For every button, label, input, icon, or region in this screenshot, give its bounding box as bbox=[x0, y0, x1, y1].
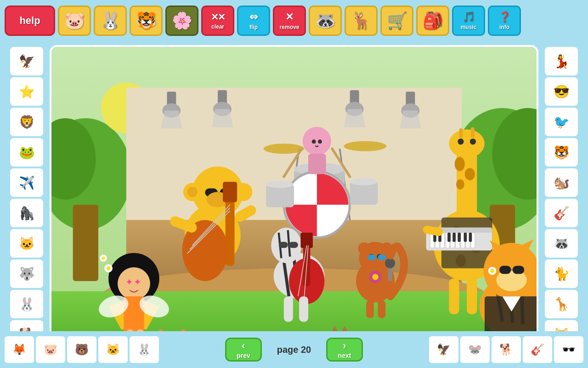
next-button[interactable]: › next bbox=[326, 338, 363, 362]
svg-point-97 bbox=[456, 179, 464, 190]
svg-point-94 bbox=[449, 129, 484, 158]
animal8-icon: 🎒 bbox=[423, 11, 443, 30]
left-sticker-5[interactable]: 🦍 bbox=[10, 199, 43, 227]
main-content: 🦅 ⭐ 🦁 🐸 ✈️ 🦍 🐱 🐺 🐰 🐕 bbox=[0, 41, 588, 368]
toolbar-animal-8[interactable]: 🎒 bbox=[416, 6, 449, 36]
bottom-sticker-right-0[interactable]: 🦅 bbox=[429, 336, 458, 363]
toolbar-animal-5[interactable]: 🦝 bbox=[309, 6, 342, 36]
svg-marker-18 bbox=[212, 109, 233, 127]
remove-label: remove bbox=[280, 24, 300, 30]
svg-rect-70 bbox=[279, 242, 288, 248]
toolbar-dark-scene[interactable]: 🌸 bbox=[165, 6, 198, 36]
svg-point-41 bbox=[312, 139, 316, 144]
bottom-sticker-left-4[interactable]: 🐰 bbox=[130, 336, 159, 363]
svg-marker-24 bbox=[400, 110, 421, 128]
toolbar-animal-tiger[interactable]: 🐯 bbox=[130, 6, 163, 36]
svg-point-35 bbox=[266, 181, 294, 188]
right-sticker-8[interactable]: 🦒 bbox=[545, 290, 578, 318]
music-label: music bbox=[461, 24, 477, 30]
svg-point-38 bbox=[303, 127, 331, 155]
bottom-sticker-left-2[interactable]: 🐻 bbox=[67, 336, 96, 363]
flip-icon: ⇔ bbox=[249, 11, 258, 23]
right-sticker-5[interactable]: 🎸 bbox=[545, 199, 578, 227]
info-button[interactable]: ❓ info bbox=[488, 6, 521, 36]
svg-rect-43 bbox=[308, 154, 326, 174]
left-sticker-4[interactable]: ✈️ bbox=[10, 168, 43, 197]
left-sticker-0[interactable]: 🦅 bbox=[10, 47, 43, 75]
svg-point-39 bbox=[304, 131, 314, 141]
svg-rect-122 bbox=[458, 233, 461, 242]
svg-rect-86 bbox=[378, 254, 386, 260]
svg-rect-134 bbox=[499, 266, 511, 274]
right-sticker-0[interactable]: 💃 bbox=[545, 47, 578, 75]
flip-button[interactable]: ⇔ flip bbox=[237, 6, 270, 36]
svg-rect-56 bbox=[223, 182, 237, 202]
bottom-sticker-right-1[interactable]: 🐭 bbox=[460, 336, 490, 363]
bottom-sticker-left-0[interactable]: 🦊 bbox=[5, 336, 34, 363]
svg-point-81 bbox=[358, 242, 370, 255]
svg-point-95 bbox=[455, 157, 465, 171]
svg-point-28 bbox=[344, 141, 386, 151]
bottom-sticker-left-1[interactable]: 🐷 bbox=[36, 336, 65, 363]
svg-rect-98 bbox=[459, 128, 463, 138]
remove-icon: ✕ bbox=[285, 11, 294, 23]
svg-rect-2 bbox=[73, 205, 98, 281]
info-label: info bbox=[499, 24, 509, 30]
left-sticker-2[interactable]: 🦁 bbox=[10, 108, 43, 136]
help-button[interactable]: help bbox=[5, 6, 55, 36]
svg-point-88 bbox=[372, 274, 378, 280]
bottom-sticker-left-3[interactable]: 🐱 bbox=[98, 336, 128, 363]
left-sticker-3[interactable]: 🐸 bbox=[10, 138, 43, 167]
next-label: next bbox=[338, 352, 351, 359]
rabbit-icon: 🐰 bbox=[100, 11, 121, 30]
animal7-icon: 🛒 bbox=[387, 11, 407, 30]
svg-rect-85 bbox=[368, 254, 376, 260]
clear-button[interactable]: ✕✕ clear bbox=[201, 6, 234, 36]
toolbar-animal-7[interactable]: 🛒 bbox=[380, 6, 413, 36]
clear-icon: ✕✕ bbox=[211, 12, 225, 23]
left-sticker-8[interactable]: 🐰 bbox=[10, 290, 43, 318]
left-sticker-6[interactable]: 🐱 bbox=[10, 229, 43, 258]
animal6-icon: 🦌 bbox=[351, 11, 372, 30]
toolbar: help 🐷 🐰 🐯 🌸 ✕✕ clear ⇔ flip ✕ remove 🦝 … bbox=[0, 0, 588, 41]
svg-marker-15 bbox=[161, 110, 182, 128]
music-button[interactable]: 🎵 music bbox=[452, 6, 485, 36]
svg-point-101 bbox=[470, 138, 476, 144]
info-icon: ❓ bbox=[498, 11, 511, 23]
toolbar-animal-pig[interactable]: 🐷 bbox=[58, 6, 91, 36]
svg-rect-127 bbox=[467, 278, 477, 314]
svg-rect-77 bbox=[284, 296, 293, 322]
left-sticker-7[interactable]: 🐺 bbox=[10, 259, 43, 288]
toolbar-animal-rabbit[interactable]: 🐰 bbox=[94, 6, 127, 36]
svg-rect-91 bbox=[366, 300, 374, 318]
right-sticker-1[interactable]: 😎 bbox=[545, 77, 578, 106]
bottom-sticker-right-2[interactable]: 🐕 bbox=[492, 336, 521, 363]
svg-point-176 bbox=[107, 266, 111, 270]
bottom-sticker-right-3[interactable]: 🎸 bbox=[523, 336, 552, 363]
svg-point-178 bbox=[102, 257, 105, 260]
right-sticker-6[interactable]: 🦝 bbox=[545, 229, 578, 258]
clear-label: clear bbox=[211, 23, 224, 30]
bottom-sticker-right-4[interactable]: 🕶️ bbox=[554, 336, 583, 363]
right-sticker-4[interactable]: 🐿️ bbox=[545, 168, 578, 197]
stage-area[interactable]: ✦ ✦ bbox=[50, 45, 538, 364]
prev-label: prev bbox=[237, 352, 250, 359]
next-arrow-icon: › bbox=[343, 340, 346, 352]
toolbar-animal-6[interactable]: 🦌 bbox=[345, 6, 378, 36]
right-sticker-2[interactable]: 🐦 bbox=[545, 108, 578, 136]
tiger-icon: 🐯 bbox=[136, 11, 157, 30]
prev-button[interactable]: ‹ prev bbox=[225, 338, 262, 362]
right-sticker-3[interactable]: 🐯 bbox=[545, 138, 578, 167]
svg-rect-135 bbox=[513, 266, 524, 274]
svg-rect-92 bbox=[378, 300, 386, 318]
bottom-bar: 🦊 🐷 🐻 🐱 🐰 ‹ prev page 20 › next 🦅 🐭 🐕 🎸 … bbox=[0, 331, 588, 368]
right-sticker-7[interactable]: 🐈 bbox=[545, 259, 578, 288]
remove-button[interactable]: ✕ remove bbox=[273, 6, 306, 36]
animal5-icon: 🦝 bbox=[315, 11, 336, 30]
page-number: page 20 bbox=[266, 345, 322, 355]
left-sticker-1[interactable]: ⭐ bbox=[10, 77, 43, 106]
dark-scene-icon: 🌸 bbox=[172, 11, 192, 30]
svg-rect-120 bbox=[447, 233, 451, 242]
svg-rect-99 bbox=[471, 127, 475, 138]
svg-rect-123 bbox=[464, 233, 467, 242]
